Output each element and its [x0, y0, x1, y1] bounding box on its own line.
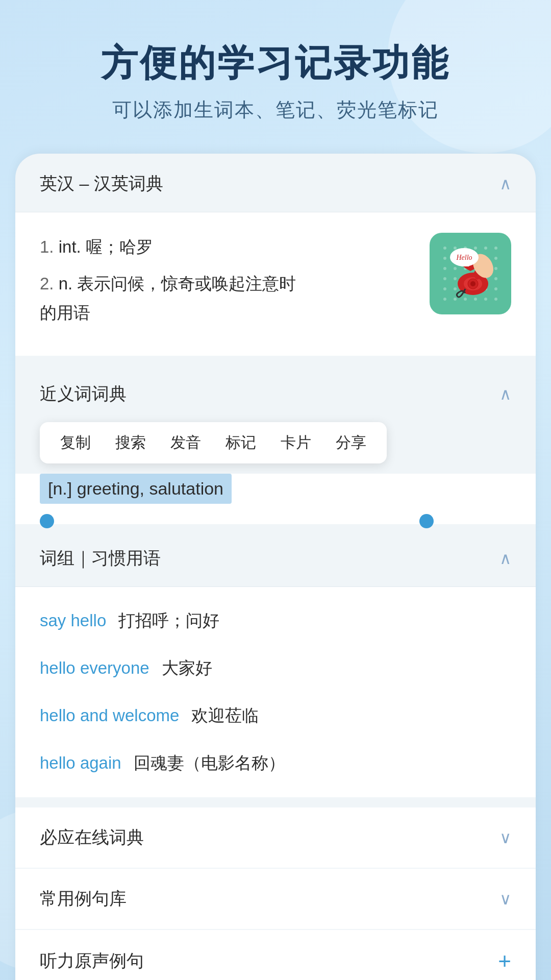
svg-point-20: [454, 277, 457, 280]
synonyms-section: 近义词词典 ∧ 复制 搜索 发音 标记 卡片 分享 [n.] greeting,…: [15, 364, 536, 524]
phrase-cn-4: 回魂妻（电影名称）: [134, 752, 285, 775]
menu-mark[interactable]: 标记: [226, 432, 256, 453]
page-subtitle: 可以添加生词本、笔记、荧光笔标记: [31, 97, 520, 123]
svg-point-14: [454, 267, 457, 270]
def-meaning-1: 喔；哈罗: [86, 237, 153, 256]
svg-point-34: [474, 298, 477, 301]
svg-point-36: [494, 298, 497, 301]
page-wrapper: 方便的学习记录功能 可以添加生词本、笔记、荧光笔标记 英汉 – 汉英词典 ∧ 1…: [0, 0, 551, 980]
svg-point-4: [474, 247, 477, 250]
phrase-cn-2: 大家好: [162, 657, 212, 680]
svg-text:Hello: Hello: [456, 254, 472, 261]
def-num-1: 1.: [40, 237, 59, 256]
hello-illustration: Hello: [430, 233, 511, 314]
phrase-item-2[interactable]: hello everyone 大家好: [15, 645, 536, 692]
synonyms-title: 近义词词典: [40, 382, 127, 406]
def-meaning-2: 表示问候，惊奇或唤起注意时的用语: [40, 274, 296, 322]
phrase-item-3[interactable]: hello and welcome 欢迎莅临: [15, 692, 536, 740]
phrases-card: say hello 打招呼；问好 hello everyone 大家好 hell…: [15, 587, 536, 797]
svg-point-18: [494, 267, 497, 270]
svg-point-25: [443, 287, 446, 290]
synonyms-chevron: ∧: [499, 384, 511, 404]
eng-chin-dict-title: 英汉 – 汉英词典: [40, 172, 163, 195]
svg-point-35: [484, 298, 487, 301]
phrase-en-1[interactable]: say hello: [40, 611, 106, 630]
menu-share[interactable]: 分享: [336, 432, 366, 453]
synonyms-header[interactable]: 近义词词典 ∧: [15, 364, 536, 422]
header-section: 方便的学习记录功能 可以添加生词本、笔记、荧光笔标记: [0, 0, 551, 154]
svg-point-12: [494, 257, 497, 260]
menu-search[interactable]: 搜索: [115, 432, 146, 453]
svg-point-19: [443, 277, 446, 280]
selected-text: [n.] greeting, salutation: [40, 474, 232, 504]
example-sentences-chevron: ∨: [499, 889, 511, 909]
svg-point-7: [443, 257, 446, 260]
menu-card[interactable]: 卡片: [281, 432, 311, 453]
listening-plus-icon[interactable]: +: [498, 948, 511, 974]
svg-point-2: [454, 247, 457, 250]
svg-point-30: [494, 287, 497, 290]
phrase-cn-3: 欢迎莅临: [191, 704, 259, 727]
svg-point-40: [470, 281, 475, 286]
example-sentences-section[interactable]: 常用例句库 ∨: [15, 869, 536, 929]
eng-chin-dict-chevron: ∧: [499, 174, 511, 193]
selection-handle-left: [40, 514, 54, 528]
phone-illustration-svg: Hello: [435, 238, 506, 309]
phrases-chevron: ∧: [499, 549, 511, 568]
definition-text: 1. int. 喔；哈罗 2. n. 表示问候，惊奇或唤起注意时的用语: [40, 233, 430, 335]
svg-point-26: [454, 287, 457, 290]
divider-1: [15, 360, 536, 364]
svg-point-13: [443, 267, 446, 270]
example-sentences-title: 常用例句库: [40, 887, 127, 911]
phrase-cn-1: 打招呼；问好: [118, 609, 219, 632]
menu-pronounce[interactable]: 发音: [170, 432, 201, 453]
svg-point-31: [443, 298, 446, 301]
bing-dict-chevron: ∨: [499, 828, 511, 847]
def-pos-2: n.: [59, 274, 78, 293]
svg-point-32: [454, 298, 457, 301]
divider-2: [15, 524, 536, 528]
listening-section[interactable]: 听力原声例句 +: [15, 930, 536, 980]
bing-dict-title: 必应在线词典: [40, 826, 144, 849]
def-num-2: 2.: [40, 274, 59, 293]
svg-point-1: [443, 247, 446, 250]
divider-3: [15, 797, 536, 801]
phrase-en-2[interactable]: hello everyone: [40, 658, 149, 678]
definition-item-1: 1. int. 喔；哈罗: [40, 233, 414, 261]
context-menu: 复制 搜索 发音 标记 卡片 分享: [40, 422, 387, 463]
eng-chin-dict-header[interactable]: 英汉 – 汉英词典 ∧: [15, 154, 536, 212]
phrase-en-3[interactable]: hello and welcome: [40, 706, 179, 725]
svg-point-24: [494, 277, 497, 280]
phrase-en-4[interactable]: hello again: [40, 753, 121, 773]
menu-copy[interactable]: 复制: [60, 432, 91, 453]
phrases-section: 词组｜习惯用语 ∧ say hello 打招呼；问好 hello everyon…: [15, 528, 536, 797]
main-card: 英汉 – 汉英词典 ∧ 1. int. 喔；哈罗 2. n. 表示问候，惊奇或唤…: [15, 154, 536, 980]
phrase-item-1[interactable]: say hello 打招呼；问好: [15, 597, 536, 645]
listening-title: 听力原声例句: [40, 949, 144, 973]
phrases-title: 词组｜习惯用语: [40, 547, 161, 570]
selected-text-area: [n.] greeting, salutation: [15, 474, 536, 524]
svg-point-33: [464, 298, 467, 301]
svg-point-6: [494, 247, 497, 250]
selection-handle-right: [419, 514, 434, 528]
phrases-header[interactable]: 词组｜习惯用语 ∧: [15, 528, 536, 587]
page-title: 方便的学习记录功能: [31, 41, 520, 85]
bing-dict-section[interactable]: 必应在线词典 ∨: [15, 807, 536, 868]
def-pos-1: int.: [59, 237, 86, 256]
svg-point-5: [484, 247, 487, 250]
bottom-sections: 必应在线词典 ∨ 常用例句库 ∨ 听力原声例句 +: [15, 801, 536, 980]
definition-card: 1. int. 喔；哈罗 2. n. 表示问候，惊奇或唤起注意时的用语: [15, 212, 536, 359]
definition-item-2: 2. n. 表示问候，惊奇或唤起注意时的用语: [40, 270, 414, 327]
phrase-item-4[interactable]: hello again 回魂妻（电影名称）: [15, 740, 536, 787]
